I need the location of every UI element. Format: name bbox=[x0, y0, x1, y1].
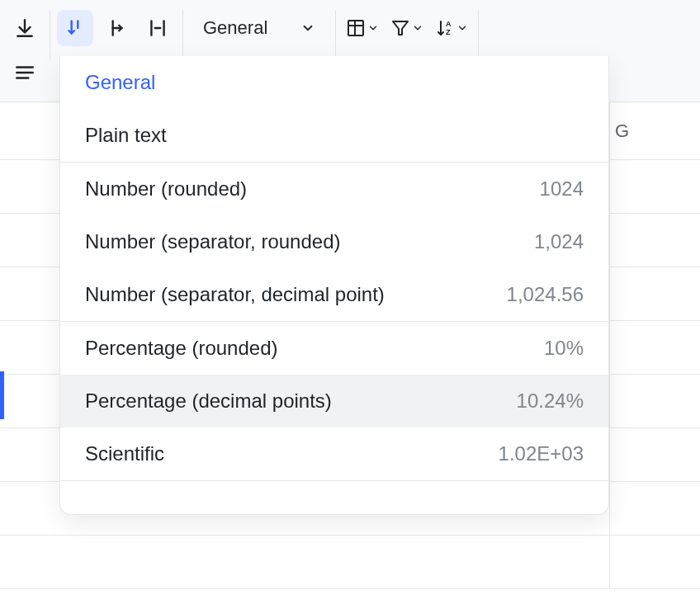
number-format-menu: General Plain text Number (rounded) 1024… bbox=[59, 56, 609, 515]
svg-text:Z: Z bbox=[446, 28, 451, 36]
sort-dropdown[interactable]: AZ bbox=[432, 10, 471, 46]
cell[interactable] bbox=[609, 160, 700, 213]
format-option-scientific[interactable]: Scientific 1.02E+03 bbox=[60, 427, 608, 480]
filter-dropdown[interactable] bbox=[387, 10, 427, 46]
text-spacing-button[interactable] bbox=[140, 10, 176, 46]
format-option-number-separator-rounded[interactable]: Number (separator, rounded) 1,024 bbox=[60, 215, 608, 268]
format-option-example: 1,024 bbox=[534, 230, 584, 253]
table-style-dropdown[interactable] bbox=[343, 10, 382, 46]
format-option-example: 1.02E+03 bbox=[499, 442, 584, 465]
format-option-example: 1024 bbox=[540, 177, 584, 201]
format-option-general[interactable]: General bbox=[60, 56, 608, 109]
format-option-number-rounded[interactable]: Number (rounded) 1024 bbox=[60, 163, 608, 215]
chevron-down-icon bbox=[300, 21, 315, 35]
table-icon bbox=[346, 18, 366, 38]
cell[interactable] bbox=[609, 267, 700, 320]
text-direction-rtl-button[interactable] bbox=[98, 10, 135, 46]
download-button[interactable] bbox=[7, 10, 43, 46]
format-option-example: 1,024.56 bbox=[507, 283, 584, 306]
format-option-label: Plain text bbox=[85, 124, 167, 147]
list-button[interactable] bbox=[7, 54, 43, 91]
cell[interactable] bbox=[609, 482, 700, 535]
cell[interactable] bbox=[609, 214, 700, 267]
cell[interactable] bbox=[609, 428, 700, 481]
format-option-example: 10% bbox=[544, 337, 584, 360]
list-icon bbox=[14, 62, 35, 83]
format-option-label: Number (rounded) bbox=[85, 177, 247, 201]
format-option-label: Percentage (rounded) bbox=[85, 337, 277, 360]
cell[interactable] bbox=[609, 321, 700, 374]
cell[interactable] bbox=[609, 375, 700, 427]
format-option-example: 10.24% bbox=[517, 389, 584, 413]
svg-text:A: A bbox=[446, 20, 452, 28]
format-option-percentage-rounded[interactable]: Percentage (rounded) 10% bbox=[60, 322, 608, 375]
download-icon bbox=[14, 17, 35, 39]
cell[interactable] bbox=[609, 536, 700, 588]
file-group bbox=[0, 0, 50, 99]
number-format-dropdown[interactable]: General bbox=[190, 10, 329, 46]
chevron-down-icon bbox=[367, 22, 379, 34]
text-direction-ltr-button[interactable] bbox=[57, 10, 93, 46]
text-spacing-icon bbox=[147, 17, 168, 39]
svg-marker-13 bbox=[393, 21, 408, 35]
text-direction-down-icon bbox=[64, 17, 86, 39]
selection-indicator bbox=[0, 371, 4, 419]
format-option-percentage-decimal[interactable]: Percentage (decimal points) 10.24% bbox=[60, 375, 608, 427]
direction-group bbox=[50, 0, 182, 54]
format-option-plain-text[interactable]: Plain text bbox=[60, 109, 608, 162]
format-option-number-separator-decimal[interactable]: Number (separator, decimal point) 1,024.… bbox=[60, 268, 608, 321]
format-option-label: Number (separator, rounded) bbox=[85, 230, 341, 253]
format-option-label: Scientific bbox=[85, 442, 164, 465]
format-group: General bbox=[183, 0, 335, 54]
filter-icon bbox=[390, 18, 410, 38]
chevron-down-icon bbox=[456, 22, 468, 34]
format-option-label: Percentage (decimal points) bbox=[85, 389, 332, 413]
number-format-label: General bbox=[203, 17, 267, 39]
sort-az-icon: AZ bbox=[435, 18, 455, 38]
column-header-g[interactable]: G bbox=[609, 102, 700, 159]
format-option-label: General bbox=[85, 71, 155, 94]
chevron-down-icon bbox=[412, 22, 423, 34]
text-direction-right-icon bbox=[106, 17, 127, 39]
format-option-label: Number (separator, decimal point) bbox=[85, 283, 385, 306]
